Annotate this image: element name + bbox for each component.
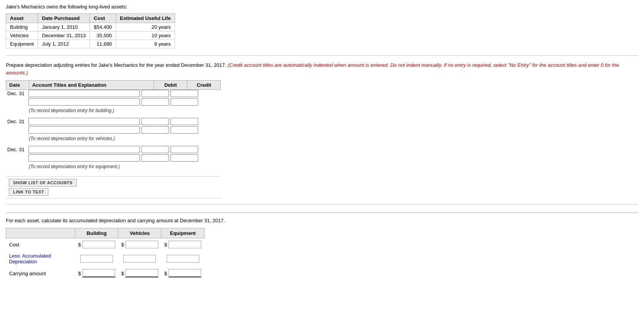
carrying-input-building-0[interactable] (83, 241, 115, 248)
journal-debit-input-1[interactable] (141, 90, 169, 97)
journal-account-input-1[interactable] (28, 118, 140, 125)
carrying-equipment-header: Equipment (161, 228, 204, 238)
carrying-building-0: $ (75, 238, 118, 251)
journal-date-label: Dec. 31 (6, 91, 27, 96)
journal-note: (To record depreciation entry for equipm… (6, 163, 638, 172)
dollar-sign: $ (121, 271, 124, 276)
journal-instructions: Prepare depreciation adjusting entries f… (6, 61, 638, 76)
carrying-row-0: Cost$$$ (6, 238, 205, 251)
journal-date-label: Dec. 31 (6, 147, 27, 152)
journal-account-input-1[interactable] (28, 146, 140, 153)
asset-name: Vehicles (6, 31, 38, 40)
journal-entry-1: Dec. 31(To record depreciation entry for… (6, 118, 638, 144)
carrying-equipment-2: $ (161, 267, 204, 280)
dollar-sign: $ (164, 271, 167, 276)
carrying-input-building-2[interactable] (83, 269, 115, 278)
carrying-input-vehicles-1[interactable] (123, 255, 156, 263)
carrying-row-label: Cost (6, 238, 75, 251)
carrying-vehicles-0: $ (118, 238, 161, 251)
accumulated-dep-label: Less: Accumulated Depreciation (9, 253, 51, 264)
section2-intro: For each asset, calculate its accumulate… (6, 218, 638, 223)
journal-debit-header: Debit (154, 81, 187, 90)
date-col-header: Date Purchased (38, 14, 90, 23)
dollar-sign: $ (164, 242, 167, 248)
journal-credit-input-1[interactable] (171, 118, 198, 125)
carrying-row-label: Carrying amount (6, 267, 75, 280)
carrying-input-building-1[interactable] (80, 255, 113, 263)
life-col-header: Estimated Useful Life (116, 14, 175, 23)
asset-row: Vehicles December 31, 2013 35,500 10 yea… (6, 31, 175, 40)
carrying-input-equipment-1[interactable] (167, 255, 199, 263)
carrying-input-vehicles-0[interactable] (126, 241, 158, 248)
carrying-equipment-0: $ (161, 238, 204, 251)
journal-credit-input-1[interactable] (171, 90, 198, 97)
dollar-sign: $ (121, 242, 124, 248)
journal-credit-header: Credit (187, 81, 221, 90)
asset-col-header: Asset (6, 14, 38, 23)
asset-cost: 35,500 (90, 31, 116, 40)
carrying-row-1: Less: Accumulated Depreciation (6, 251, 205, 267)
carrying-table: Building Vehicles Equipment Cost$$$Less:… (6, 228, 205, 280)
carrying-building-2: $ (75, 267, 118, 280)
carrying-vehicles-header: Vehicles (118, 228, 161, 238)
journal-credit-input-2[interactable] (171, 154, 198, 162)
journal-note: (To record depreciation entry for buildi… (6, 107, 638, 116)
journal-debit-input-2[interactable] (141, 126, 169, 134)
journal-account-input-2[interactable] (28, 126, 140, 134)
dollar-sign: $ (78, 242, 81, 248)
carrying-vehicles-2: $ (118, 267, 161, 280)
intro-text: Jake's Mechanics owns the following long… (6, 4, 638, 10)
journal-section: Date Account Titles and Explanation Debi… (6, 80, 638, 172)
journal-credit-input-2[interactable] (171, 126, 198, 134)
asset-cost: 11,680 (90, 40, 116, 48)
carrying-input-equipment-2[interactable] (169, 269, 201, 278)
journal-entry-0: Dec. 31(To record depreciation entry for… (6, 90, 638, 116)
journal-account-input-1[interactable] (28, 90, 140, 97)
divider-2 (6, 204, 638, 205)
show-list-button[interactable]: SHOW LIST OF ACCOUNTS (9, 179, 77, 187)
asset-name: Building (6, 23, 38, 31)
asset-life: 8 years (116, 40, 175, 48)
journal-date-header: Date (6, 81, 29, 90)
journal-credit-input-2[interactable] (171, 98, 198, 106)
carrying-building-1 (75, 251, 118, 267)
cost-col-header: Cost (90, 14, 116, 23)
asset-date: January 1, 2010 (38, 23, 90, 31)
asset-life: 10 years (116, 31, 175, 40)
carrying-building-header: Building (75, 228, 118, 238)
dollar-sign: $ (78, 271, 81, 276)
carrying-equipment-1 (161, 251, 204, 267)
asset-date: December 31, 2013 (38, 31, 90, 40)
section2: For each asset, calculate its accumulate… (6, 212, 638, 280)
carrying-row-label: Less: Accumulated Depreciation (6, 251, 75, 267)
link-to-text-button[interactable]: LINK TO TEXT (9, 188, 48, 196)
asset-name: Equipment (6, 40, 38, 48)
carrying-label-header (6, 228, 75, 238)
divider-1 (6, 55, 638, 56)
carrying-vehicles-1 (118, 251, 161, 267)
journal-account-header: Account Titles and Explanation (29, 81, 154, 90)
asset-row: Equipment July 1, 2012 11,680 8 years (6, 40, 175, 48)
journal-note: (To record depreciation entry for vehicl… (6, 135, 638, 144)
carrying-input-equipment-0[interactable] (169, 241, 201, 248)
asset-row: Building January 1, 2010 $54,400 20 year… (6, 23, 175, 31)
journal-entry-2: Dec. 31(To record depreciation entry for… (6, 146, 638, 172)
journal-debit-input-1[interactable] (141, 146, 169, 153)
button-bar: SHOW LIST OF ACCOUNTS LINK TO TEXT (6, 176, 221, 198)
carrying-row-2: Carrying amount$$$ (6, 267, 205, 280)
carrying-input-vehicles-2[interactable] (126, 269, 158, 278)
journal-debit-input-2[interactable] (141, 98, 169, 106)
journal-table: Date Account Titles and Explanation Debi… (6, 80, 221, 90)
journal-account-input-2[interactable] (28, 98, 140, 106)
journal-date-label: Dec. 31 (6, 119, 27, 124)
asset-table: Asset Date Purchased Cost Estimated Usef… (6, 13, 175, 48)
journal-account-input-2[interactable] (28, 154, 140, 162)
journal-debit-input-1[interactable] (141, 118, 169, 125)
asset-date: July 1, 2012 (38, 40, 90, 48)
asset-life: 20 years (116, 23, 175, 31)
journal-credit-input-1[interactable] (171, 146, 198, 153)
journal-debit-input-2[interactable] (141, 154, 169, 162)
asset-cost: $54,400 (90, 23, 116, 31)
